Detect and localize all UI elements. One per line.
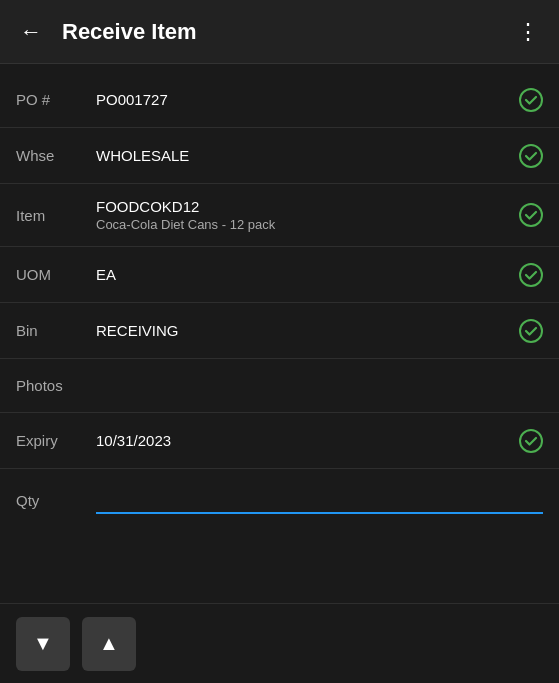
increment-button[interactable]: ▲ [82,617,136,671]
qty-label: Qty [16,492,96,509]
bin-field-row: Bin RECEIVING [0,303,559,359]
qty-input[interactable] [96,487,543,514]
chevron-up-icon: ▲ [99,632,119,655]
item-subvalue: Coca-Cola Diet Cans - 12 pack [96,217,511,232]
chevron-down-icon: ▼ [33,632,53,655]
expiry-value-container: 10/31/2023 [96,432,511,449]
svg-point-5 [520,430,542,452]
uom-value-container: EA [96,266,511,283]
bin-value: RECEIVING [96,322,511,339]
bin-value-container: RECEIVING [96,322,511,339]
back-button[interactable]: ← [16,17,46,47]
po-value-container: PO001727 [96,91,511,108]
bottom-bar: ▼ ▲ [0,603,559,683]
svg-point-1 [520,145,542,167]
item-value: FOODCOKD12 [96,198,511,215]
header: ← Receive Item ⋮ [0,0,559,64]
po-value: PO001727 [96,91,511,108]
item-check-icon [519,203,543,227]
svg-point-4 [520,320,542,342]
photos-label: Photos [16,377,63,394]
whse-label: Whse [16,147,96,164]
qty-field-row: Qty [0,469,559,525]
more-menu-button[interactable]: ⋮ [513,17,543,47]
po-field-row: PO # PO001727 [0,72,559,128]
whse-value: WHOLESALE [96,147,511,164]
content-area: PO # PO001727 Whse WHOLESALE Item FOODCO… [0,64,559,533]
svg-point-0 [520,89,542,111]
item-field-row: Item FOODCOKD12 Coca-Cola Diet Cans - 12… [0,184,559,247]
item-value-container: FOODCOKD12 Coca-Cola Diet Cans - 12 pack [96,198,511,232]
header-left: ← Receive Item [16,17,197,47]
svg-point-2 [520,204,542,226]
po-label: PO # [16,91,96,108]
whse-value-container: WHOLESALE [96,147,511,164]
svg-point-3 [520,264,542,286]
expiry-field-row: Expiry 10/31/2023 [0,413,559,469]
uom-label: UOM [16,266,96,283]
uom-check-icon [519,263,543,287]
page-title: Receive Item [62,19,197,45]
expiry-check-icon [519,429,543,453]
item-label: Item [16,207,96,224]
whse-field-row: Whse WHOLESALE [0,128,559,184]
uom-value: EA [96,266,511,283]
whse-check-icon [519,144,543,168]
decrement-button[interactable]: ▼ [16,617,70,671]
qty-input-container [96,487,543,514]
uom-field-row: UOM EA [0,247,559,303]
po-check-icon [519,88,543,112]
expiry-value: 10/31/2023 [96,432,511,449]
bin-check-icon [519,319,543,343]
photos-field-row: Photos [0,359,559,413]
expiry-label: Expiry [16,432,96,449]
bin-label: Bin [16,322,96,339]
